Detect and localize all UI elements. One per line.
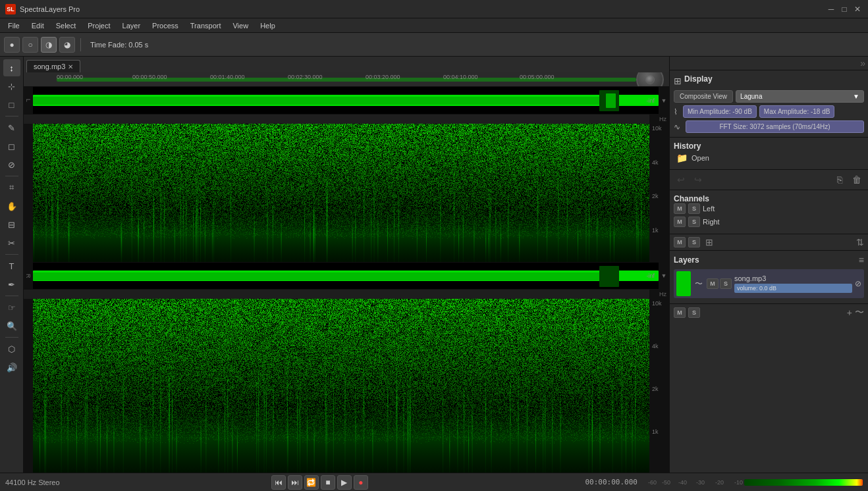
- timeline-tick-1: 00:00:50.000: [132, 74, 167, 80]
- timeline[interactable]: 00:00.000 00:00:50.000 00:01:40.000 00:0…: [24, 72, 669, 87]
- history-item-open[interactable]: 📁 Open: [674, 151, 864, 165]
- bot-spec-side: [24, 299, 33, 473]
- transport-back[interactable]: ⏭: [288, 475, 302, 490]
- layer-name: song.mp3: [734, 274, 852, 282]
- tab-song[interactable]: song.mp3 ✕: [26, 60, 80, 72]
- tool-erase[interactable]: ◻: [3, 138, 20, 155]
- menu-view[interactable]: View: [227, 20, 254, 31]
- tool-cut[interactable]: ⊟: [3, 216, 20, 233]
- history-section: History 📁 Open: [670, 138, 868, 170]
- channel-left-row: M S Left: [674, 203, 864, 214]
- menu-project[interactable]: Project: [82, 20, 115, 31]
- layers-add-icon[interactable]: +: [847, 307, 852, 318]
- tool-zoom[interactable]: 🔍: [3, 317, 20, 334]
- layer-s-btn[interactable]: S: [720, 278, 732, 289]
- toolbar-btn-3[interactable]: ◑: [41, 37, 57, 53]
- transport-play[interactable]: ▶: [337, 475, 352, 490]
- top-hz-label-row: Hz: [649, 115, 669, 124]
- layers-s-btn[interactable]: S: [688, 307, 700, 318]
- menu-help[interactable]: Help: [255, 20, 281, 31]
- channels-s-btn[interactable]: S: [688, 237, 700, 247]
- main-area: ↕ ⊹ □ ✎ ◻ ⊘ ⌗ ✋ ⊟ ✂ T ✒ ☞ 🔍 ⬡ 🔊 song.mp3…: [0, 57, 868, 473]
- menu-edit[interactable]: Edit: [26, 20, 49, 31]
- tool-rect[interactable]: □: [3, 96, 20, 113]
- tool-draw[interactable]: ✎: [3, 119, 20, 136]
- top-wave-side: L: [24, 87, 33, 114]
- channel-right-m-btn[interactable]: M: [674, 217, 686, 227]
- display-row2: ⌇ Min Amplitude: -90 dB Max Amplitude: -…: [674, 105, 864, 118]
- composite-view-btn[interactable]: Composite View: [674, 90, 733, 103]
- right-panel-arrows[interactable]: »: [860, 58, 865, 68]
- menu-file[interactable]: File: [3, 20, 25, 31]
- tool-scissors[interactable]: ✂: [3, 234, 20, 251]
- menu-select[interactable]: Select: [51, 20, 82, 31]
- toolbar-btn-1[interactable]: ●: [4, 37, 20, 53]
- tool-clone[interactable]: ✋: [3, 197, 20, 215]
- tool-brush[interactable]: ⊘: [3, 156, 20, 173]
- tool-lasso[interactable]: ⊹: [3, 78, 20, 95]
- fft-btn[interactable]: FFT Size: 3072 samples (70ms/14Hz): [686, 120, 864, 133]
- svg-rect-4: [599, 266, 619, 287]
- top-wave-scroll[interactable]: ▼: [659, 87, 669, 114]
- channels-m-btn[interactable]: M: [674, 237, 686, 247]
- tool-3d[interactable]: ⬡: [3, 340, 20, 357]
- layer-link-icon[interactable]: ⊘: [855, 279, 861, 288]
- max-amp-btn[interactable]: Max Amplitude: -18 dB: [759, 105, 835, 118]
- transport-record[interactable]: ●: [354, 475, 368, 490]
- transport-loop[interactable]: 🔁: [304, 475, 319, 490]
- close-button[interactable]: ✕: [852, 4, 863, 14]
- tool-audio[interactable]: 🔊: [3, 359, 20, 376]
- transport-stop[interactable]: ■: [321, 475, 335, 490]
- channels-sort-icon[interactable]: ⇅: [856, 237, 864, 247]
- menu-transport[interactable]: Transport: [185, 20, 227, 31]
- minimize-button[interactable]: ─: [826, 4, 836, 14]
- layers-m-btn[interactable]: M: [674, 307, 686, 318]
- history-delete-btn[interactable]: 🗑: [850, 172, 864, 187]
- transport-group: ⏮ ⏭ 🔁 ■ ▶ ●: [271, 475, 368, 490]
- channel-left-s-btn[interactable]: S: [688, 203, 700, 214]
- title-bar-controls[interactable]: ─ □ ✕: [826, 4, 863, 14]
- freq-4k: 4k: [652, 159, 666, 166]
- channels-title: Channels: [674, 194, 709, 203]
- freq-1k: 1k: [652, 227, 666, 234]
- maximize-button[interactable]: □: [839, 4, 850, 14]
- tool-pen[interactable]: ✒: [3, 276, 20, 293]
- meter-label-neg60: -60: [648, 479, 657, 486]
- layers-wave-icon[interactable]: 〜: [855, 307, 864, 319]
- toolbar-btn-2[interactable]: ○: [22, 37, 38, 53]
- tab-close-btn[interactable]: ✕: [68, 63, 73, 70]
- channel-right-s-btn[interactable]: S: [688, 217, 700, 227]
- tool-text[interactable]: T: [3, 257, 20, 274]
- menu-process[interactable]: Process: [147, 20, 184, 31]
- svg-rect-0: [33, 97, 612, 105]
- meter-label-neg10: -10: [734, 479, 743, 486]
- display-wave-icon: ⌇: [674, 107, 678, 116]
- right-channel-label: R: [25, 274, 32, 278]
- bot-freq-4k: 4k: [652, 343, 666, 349]
- history-controls: ↩ ↪ ⎘ 🗑: [670, 170, 868, 190]
- top-wave-inf-label: -inf: [646, 97, 655, 104]
- display-icon: ⊞: [674, 76, 682, 86]
- history-redo-btn[interactable]: ↪: [691, 172, 705, 187]
- layer-color-swatch: [676, 271, 691, 296]
- tool-pointer[interactable]: ☞: [3, 299, 20, 316]
- transport-rewind[interactable]: ⏮: [271, 475, 286, 490]
- layer-item-song[interactable]: 〜 M S song.mp3 volume: 0.0 dB ⊘: [674, 269, 864, 298]
- history-undo-btn[interactable]: ↩: [674, 172, 688, 187]
- min-amp-btn[interactable]: Min Amplitude: -90 dB: [683, 105, 757, 118]
- tool-selection[interactable]: ↕: [3, 59, 20, 76]
- channel-right-row: M S Right: [674, 217, 864, 227]
- mid-wave-scroll[interactable]: ▼: [659, 263, 669, 289]
- history-copy-btn[interactable]: ⎘: [832, 172, 847, 187]
- layer-vol-bar: volume: 0.0 dB: [734, 284, 852, 293]
- toolbar-btn-4[interactable]: ◕: [59, 37, 75, 53]
- layers-menu-icon[interactable]: ≡: [859, 255, 864, 265]
- menu-layer[interactable]: Layer: [117, 20, 146, 31]
- tool-heal[interactable]: ⌗: [3, 179, 20, 196]
- layers-header: Layers ≡: [674, 255, 864, 265]
- channels-grid-icon[interactable]: ⊞: [705, 237, 713, 247]
- nav-sphere[interactable]: [636, 72, 664, 87]
- layer-m-btn[interactable]: M: [707, 278, 719, 289]
- channel-left-m-btn[interactable]: M: [674, 203, 686, 214]
- laguna-select[interactable]: Laguna ▼: [736, 90, 864, 103]
